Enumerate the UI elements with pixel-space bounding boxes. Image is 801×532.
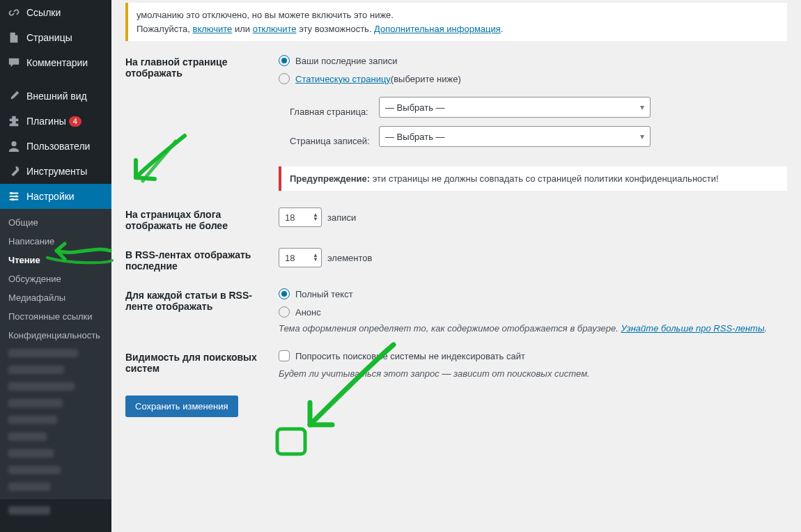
chevron-down-icon: ▾ (640, 132, 644, 141)
svg-point-0 (10, 192, 13, 195)
sidebar-item-users[interactable]: Пользователи (0, 134, 111, 159)
submenu-general[interactable]: Общие (0, 213, 111, 232)
rss-unit: элементов (327, 253, 372, 263)
input-rss-items[interactable]: 18 ▲▼ (279, 248, 322, 267)
radio-latest-posts-label: Ваши последние записи (295, 56, 398, 66)
label-rss-items: В RSS-лентах отображать последние (125, 248, 279, 272)
sidebar-item-label: Внешний вид (26, 91, 87, 102)
users-icon (7, 139, 21, 153)
radio-summary[interactable] (279, 306, 290, 318)
warning-text: эти страницы не должны совпадать со стра… (370, 173, 719, 184)
radio-full-text[interactable] (279, 288, 290, 299)
checkbox-discourage-search[interactable] (279, 350, 290, 361)
link-disable[interactable]: отключите (253, 24, 297, 34)
radio-summary-label: Анонс (295, 307, 321, 318)
plugin-icon (7, 114, 21, 128)
link-icon (7, 6, 21, 19)
warning-strong: Предупреждение: (290, 173, 370, 184)
static-page-hint: (выберите ниже) (391, 74, 461, 84)
link-static-page[interactable]: Статическую страницу (295, 74, 391, 84)
sidebar-item-label: Ссылки (26, 7, 61, 18)
submenu-privacy[interactable]: Конфиденциальность (0, 326, 111, 345)
sidebar-item-label: Инструменты (26, 166, 87, 177)
notice-line2: Пожалуйста, включите или отключите эту в… (137, 22, 779, 36)
feed-description: Тема оформления определяет то, как содер… (279, 323, 787, 334)
label-blog-pages: На страницах блога отображать не более (125, 208, 279, 231)
posts-unit: записи (327, 212, 356, 223)
select-posts-page[interactable]: — Выбрать — ▾ (379, 126, 651, 147)
sidebar-item-label: Комментарии (26, 57, 88, 68)
label-feed-content: Для каждой статьи в RSS-ленте отображать (125, 288, 279, 312)
sidebar-item-pages[interactable]: Страницы (0, 25, 111, 50)
sliders-icon (7, 189, 21, 203)
brush-icon (7, 89, 21, 103)
sidebar-item-appearance[interactable]: Внешний вид (0, 84, 111, 109)
sidebar-item-comments[interactable]: Комментарии (0, 50, 111, 75)
sidebar-item-plugins[interactable]: Плагины 4 (0, 109, 111, 134)
label-frontpage: На главной странице отображать (125, 55, 279, 79)
visibility-hint: Будет ли учитываться этот запрос — завис… (279, 368, 787, 379)
plugin-updates-badge: 4 (69, 116, 81, 127)
svg-point-1 (15, 195, 18, 198)
sidebar-item-links[interactable]: Ссылки (0, 0, 111, 25)
admin-sidebar: Ссылки Страницы Комментарии Внешний вид … (0, 0, 111, 532)
submenu-permalinks[interactable]: Постоянные ссылки (0, 307, 111, 326)
submenu-media[interactable]: Медиафайлы (0, 288, 111, 307)
select-front-page[interactable]: — Выбрать — ▾ (379, 97, 651, 118)
select-value: — Выбрать — (385, 132, 445, 142)
number-value: 18 (285, 253, 295, 263)
notice-error: Предупреждение: эти страницы не должны с… (279, 166, 787, 191)
submenu-reading[interactable]: Чтение (0, 251, 111, 269)
checkbox-discourage-label: Попросить поисковые системы не индексиро… (295, 351, 525, 361)
label-posts-page-select: Страница записей: (290, 136, 379, 146)
number-value: 18 (285, 212, 295, 223)
sidebar-item-label: Страницы (26, 32, 72, 43)
page-icon (7, 31, 21, 45)
submenu-writing[interactable]: Написание (0, 232, 111, 251)
sidebar-item-label: Плагины (26, 116, 66, 127)
link-enable[interactable]: включите (192, 24, 232, 34)
spinner-icon: ▲▼ (313, 253, 318, 262)
sidebar-item-label: Настройки (26, 191, 75, 202)
radio-static-page[interactable] (279, 73, 290, 84)
label-front-page-select: Главная страница: (290, 107, 379, 117)
submenu-discussion[interactable]: Обсуждение (0, 269, 111, 288)
radio-latest-posts[interactable] (279, 55, 290, 66)
wrench-icon (7, 164, 21, 178)
comment-icon (7, 56, 21, 70)
settings-content: умолчанию это отключено, но вы можете вк… (111, 0, 801, 532)
link-rss-more[interactable]: Узнайте больше про RSS-ленты (621, 323, 764, 334)
save-button[interactable]: Сохранить изменения (125, 396, 238, 417)
notice-warning: умолчанию это отключено, но вы можете вк… (125, 3, 787, 41)
sidebar-item-tools[interactable]: Инструменты (0, 159, 111, 184)
notice-line1: умолчанию это отключено, но вы можете вк… (137, 8, 779, 22)
select-value: — Выбрать — (385, 102, 445, 113)
input-posts-per-page[interactable]: 18 ▲▼ (279, 208, 322, 227)
sidebar-item-settings[interactable]: Настройки (0, 184, 111, 209)
label-search-visibility: Видимость для поисковых систем (125, 350, 279, 374)
radio-full-text-label: Полный текст (295, 289, 353, 299)
chevron-down-icon: ▾ (640, 102, 644, 112)
settings-submenu: Общие Написание Чтение Обсуждение Медиаф… (0, 209, 111, 499)
link-more-info[interactable]: Дополнительная информация (374, 24, 501, 34)
sidebar-item-label: Пользователи (26, 141, 90, 152)
spinner-icon: ▲▼ (313, 213, 318, 221)
svg-point-2 (11, 198, 14, 201)
